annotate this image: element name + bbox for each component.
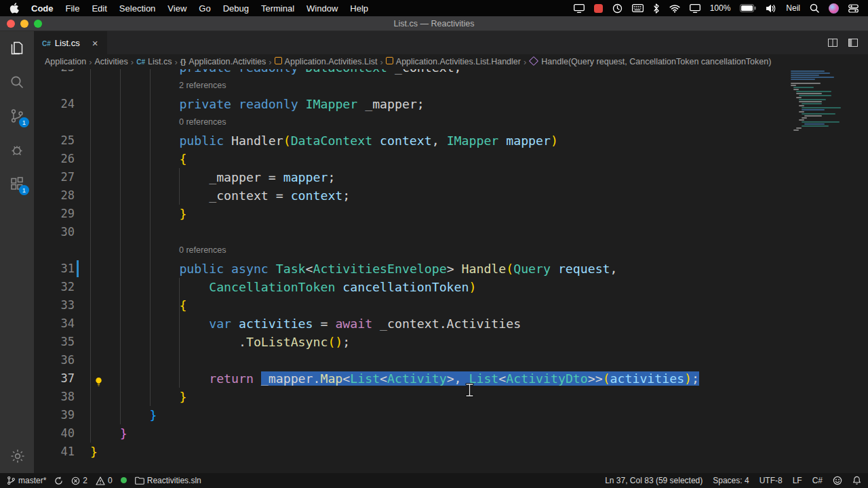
line-number[interactable]: 30 [34, 223, 75, 241]
breadcrumb-item[interactable]: Application [45, 57, 86, 66]
menu-window[interactable]: Window [307, 3, 338, 14]
spotlight-icon[interactable] [810, 3, 819, 13]
code-text[interactable]: return _mapper.Map<List<Activity>, List<… [90, 369, 699, 388]
line-number[interactable] [34, 113, 75, 131]
code-text[interactable]: _context = context; [90, 186, 350, 205]
line-number[interactable]: 39 [34, 406, 75, 424]
search-icon[interactable] [8, 73, 26, 91]
minimize-window-button[interactable] [20, 20, 28, 28]
codelens-references[interactable]: 2 references [179, 77, 226, 95]
status-indentation[interactable]: Spaces: 4 [713, 476, 749, 485]
status-git-branch[interactable]: master* [7, 476, 46, 485]
code-text[interactable]: CancellationToken cancellationToken) [90, 278, 476, 296]
breadcrumb-item[interactable]: Application.Activities.List [275, 57, 378, 66]
settings-gear-icon[interactable] [9, 447, 26, 465]
status-warning-count[interactable]: 0 [96, 476, 113, 485]
menu-help[interactable]: Help [350, 3, 368, 14]
close-window-button[interactable] [7, 20, 15, 28]
zoom-window-button[interactable] [34, 20, 42, 28]
codelens-references[interactable]: 0 references [179, 241, 226, 260]
status-eol[interactable]: LF [793, 476, 802, 485]
status-language-mode[interactable]: C# [812, 476, 823, 485]
status-solution-picker[interactable]: Reactivities.sln [135, 476, 201, 485]
codelens-references[interactable]: 0 references [179, 113, 226, 131]
line-number[interactable]: 23 [34, 69, 75, 77]
control-center-icon[interactable] [848, 3, 859, 14]
time-machine-icon[interactable] [612, 3, 623, 14]
line-number[interactable] [34, 77, 75, 95]
menu-view[interactable]: View [167, 3, 186, 14]
code-editor[interactable]: 23 private readonly DataContext _context… [34, 69, 868, 473]
menu-selection[interactable]: Selection [119, 3, 155, 14]
breadcrumb-item[interactable]: Application.Activities.List.Handler [386, 57, 521, 66]
code-text[interactable]: .ToListAsync(); [90, 333, 350, 351]
status-server-status[interactable] [121, 476, 127, 485]
menu-edit[interactable]: Edit [92, 3, 106, 14]
status-git-sync[interactable] [54, 476, 63, 485]
line-number[interactable]: 31 [34, 260, 75, 278]
keyboard-icon[interactable] [632, 4, 644, 12]
code-text[interactable]: { [90, 150, 186, 168]
line-number[interactable]: 33 [34, 296, 75, 314]
line-number[interactable]: 26 [34, 150, 75, 168]
tab-close-icon[interactable]: × [92, 38, 98, 48]
split-editor-icon[interactable] [827, 37, 838, 48]
apple-icon[interactable] [9, 3, 19, 14]
line-number[interactable]: 27 [34, 168, 75, 186]
status-cursor-position[interactable]: Ln 37, Col 83 (59 selected) [605, 476, 703, 485]
code-text[interactable]: public async Task<ActivitiesEnvelope> Ha… [90, 260, 618, 278]
explorer-icon[interactable] [8, 39, 26, 57]
line-number[interactable]: 38 [34, 388, 75, 406]
menu-terminal[interactable]: Terminal [261, 3, 294, 14]
menu-go[interactable]: Go [199, 3, 210, 14]
volume-icon[interactable] [766, 4, 776, 13]
status-feedback[interactable] [833, 476, 842, 485]
line-number[interactable]: 35 [34, 333, 75, 351]
line-number[interactable]: 40 [34, 424, 75, 443]
bluetooth-icon[interactable] [653, 3, 660, 14]
code-text[interactable]: } [90, 406, 157, 424]
status-error-count[interactable]: 2 [71, 476, 87, 485]
status-notifications[interactable] [852, 476, 861, 485]
line-number[interactable]: 25 [34, 131, 75, 150]
line-number[interactable] [34, 241, 75, 260]
line-number[interactable]: 24 [34, 95, 75, 113]
code-text[interactable]: var activities = await _context.Activiti… [90, 314, 521, 333]
line-number[interactable]: 32 [34, 278, 75, 296]
battery-icon[interactable] [740, 4, 756, 12]
code-text[interactable]: } [90, 443, 98, 461]
debug-icon[interactable] [8, 141, 26, 159]
code-text[interactable]: public Handler(DataContext context, IMap… [90, 131, 558, 150]
breadcrumb-item[interactable]: {}Application.Activities [180, 57, 267, 66]
code-text[interactable]: _mapper = mapper; [90, 168, 335, 186]
menu-debug[interactable]: Debug [223, 3, 249, 14]
layout-icon[interactable] [848, 37, 859, 48]
display-mirroring-icon[interactable] [574, 4, 585, 13]
user-name[interactable]: Neil [786, 3, 800, 13]
code-text[interactable]: private readonly DataContext _context; [90, 69, 462, 77]
code-text[interactable]: } [90, 424, 127, 443]
source-control-icon[interactable]: 1 [8, 107, 26, 125]
line-number[interactable]: 34 [34, 314, 75, 333]
display-icon[interactable] [690, 4, 701, 13]
lightbulb-icon[interactable] [94, 373, 104, 384]
code-text[interactable]: { [90, 296, 186, 314]
line-number[interactable]: 37 [34, 369, 75, 388]
siri-icon[interactable] [829, 3, 839, 14]
breadcrumb-item[interactable]: C#List.cs [136, 57, 172, 66]
code-text[interactable]: private readonly IMapper _mapper; [90, 95, 425, 113]
extensions-icon[interactable]: 1 [8, 175, 26, 192]
breadcrumb-item[interactable]: Handle(Query request, CancellationToken … [529, 57, 771, 66]
code-text[interactable]: } [90, 205, 186, 223]
status-encoding[interactable]: UTF-8 [760, 476, 783, 485]
record-icon[interactable] [594, 4, 603, 13]
tab-list-cs[interactable]: C# List.cs × [34, 31, 108, 54]
breadcrumb-item[interactable]: Activities [95, 57, 128, 66]
line-number[interactable]: 36 [34, 351, 75, 369]
line-number[interactable]: 28 [34, 186, 75, 205]
line-number[interactable]: 41 [34, 443, 75, 461]
wifi-icon[interactable] [669, 4, 680, 13]
menu-file[interactable]: File [66, 3, 80, 14]
line-number[interactable]: 29 [34, 205, 75, 223]
code-text[interactable]: } [90, 388, 186, 406]
